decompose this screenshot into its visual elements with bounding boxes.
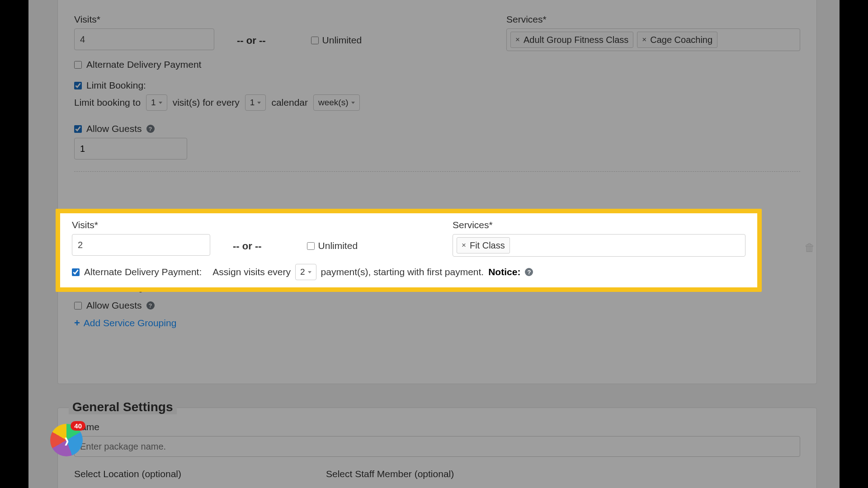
services-field: Services* ×Adult Group Fitness Class ×Ca…	[506, 14, 800, 51]
add-service-grouping-link[interactable]: + Add Service Grouping	[74, 317, 176, 329]
remove-tag-icon[interactable]: ×	[462, 241, 466, 250]
location-label: Select Location (optional)	[74, 469, 181, 479]
highlighted-group: Visits* -- or -- Unlimited Services* ×Fi…	[56, 209, 762, 292]
allow-guests-row-2: Allow Guests ?	[74, 300, 800, 311]
help-icon[interactable]: ?	[146, 301, 155, 310]
package-name-input[interactable]	[74, 436, 800, 457]
chevron-down-icon	[308, 271, 311, 273]
tag-text: Cage Coaching	[650, 35, 712, 45]
chevron-down-icon	[351, 102, 355, 104]
limit-booking-checkbox[interactable]	[74, 82, 82, 89]
allow-guests-input[interactable]	[74, 138, 187, 160]
unlimited-label: Unlimited	[322, 35, 362, 46]
services-label: Services*	[453, 220, 745, 230]
remove-tag-icon[interactable]: ×	[642, 35, 646, 44]
limit-booking-cal: calendar	[271, 97, 308, 108]
chevron-down-icon	[257, 102, 261, 104]
name-label: Name	[74, 422, 800, 432]
or-separator: -- or --	[233, 240, 262, 257]
chevron-down-icon	[159, 102, 162, 104]
group2-row: Visits* -- or -- Unlimited Services* ×Fi…	[72, 220, 745, 257]
page-viewport: Visits* -- or -- Unlimited Services* ×Ad…	[28, 0, 840, 488]
notification-count-badge: 40	[71, 421, 85, 431]
select-value: 2	[300, 267, 305, 277]
services-tagbox[interactable]: ×Adult Group Fitness Class ×Cage Coachin…	[506, 28, 800, 51]
help-icon[interactable]: ?	[525, 268, 533, 276]
general-settings-panel: General Settings Name Select Location (o…	[57, 408, 817, 488]
alt-delivery-row: Alternate Delivery Payment	[74, 59, 800, 70]
select-value: 1	[151, 98, 156, 108]
alt-delivery-label: Alternate Delivery Payment	[86, 59, 201, 70]
help-icon[interactable]: ?	[146, 125, 155, 133]
allow-guests-checkbox[interactable]	[74, 302, 82, 310]
alt-delivery-label: Alternate Delivery Payment:	[84, 267, 202, 277]
tag-text: Adult Group Fitness Class	[524, 35, 628, 45]
alt-delivery-post: payment(s), starting with first payment.	[321, 267, 484, 277]
limit-booking-config: Limit booking to 1 visit(s) for every 1 …	[74, 94, 800, 111]
unlimited-field: Unlimited	[311, 35, 362, 51]
remove-tag-icon[interactable]: ×	[515, 35, 520, 44]
services-label: Services*	[506, 14, 800, 25]
allow-guests-row: Allow Guests ?	[74, 123, 800, 134]
service-tag[interactable]: ×Cage Coaching	[637, 32, 717, 48]
general-settings-heading: General Settings	[69, 400, 177, 414]
limit-booking-visits-select[interactable]: 1	[146, 94, 167, 111]
alt-delivery-row: Alternate Delivery Payment: Assign visit…	[72, 264, 745, 280]
allow-guests-label: Allow Guests	[86, 300, 142, 311]
unlimited-checkbox[interactable]	[311, 37, 319, 44]
visits-input[interactable]	[74, 28, 214, 50]
unlimited-field: Unlimited	[307, 240, 358, 257]
limit-booking-pre: Limit booking to	[74, 97, 141, 108]
limit-booking-every-select[interactable]: 1	[245, 94, 266, 111]
unlimited-label: Unlimited	[318, 240, 358, 251]
allow-guests-checkbox[interactable]	[74, 125, 82, 133]
select-value: week(s)	[318, 98, 349, 108]
services-tagbox[interactable]: ×Fit Class	[453, 234, 745, 257]
alt-delivery-checkbox[interactable]	[72, 268, 80, 276]
group-divider	[74, 171, 800, 172]
alt-delivery-select[interactable]: 2	[295, 264, 316, 280]
limit-booking-unit-select[interactable]: week(s)	[313, 94, 360, 111]
limit-booking-row: Limit Booking:	[74, 80, 800, 91]
limit-booking-mid: visit(s) for every	[173, 97, 240, 108]
alt-delivery-pre: Assign visits every	[212, 267, 291, 277]
limit-booking-label: Limit Booking:	[86, 80, 146, 91]
group1-row: Visits* -- or -- Unlimited Services* ×Ad…	[74, 14, 800, 51]
allow-guests-label: Allow Guests	[86, 123, 142, 134]
visits-label: Visits*	[72, 220, 210, 230]
chevron-right-icon: ›	[64, 429, 69, 451]
visits-input[interactable]	[72, 234, 210, 256]
visits-field: Visits*	[72, 220, 210, 256]
or-separator: -- or --	[237, 35, 266, 51]
staff-label: Select Staff Member (optional)	[326, 469, 454, 479]
visits-label: Visits*	[74, 14, 214, 25]
plus-icon: +	[74, 317, 80, 329]
visits-field: Visits*	[74, 14, 214, 50]
services-field: Services* ×Fit Class	[453, 220, 745, 257]
service-grouping-panel: Visits* -- or -- Unlimited Services* ×Ad…	[57, 0, 817, 384]
service-tag[interactable]: ×Adult Group Fitness Class	[510, 32, 633, 48]
unlimited-checkbox[interactable]	[307, 242, 315, 250]
delete-group-icon[interactable]: 🗑	[804, 241, 815, 254]
service-tag[interactable]: ×Fit Class	[457, 237, 510, 253]
tag-text: Fit Class	[470, 240, 505, 251]
floating-support-widget[interactable]: › 40	[50, 424, 83, 456]
add-link-text: Add Service Grouping	[84, 318, 176, 328]
alt-delivery-checkbox[interactable]	[74, 61, 82, 69]
select-value: 1	[250, 98, 255, 108]
notice-label: Notice:	[488, 267, 520, 277]
